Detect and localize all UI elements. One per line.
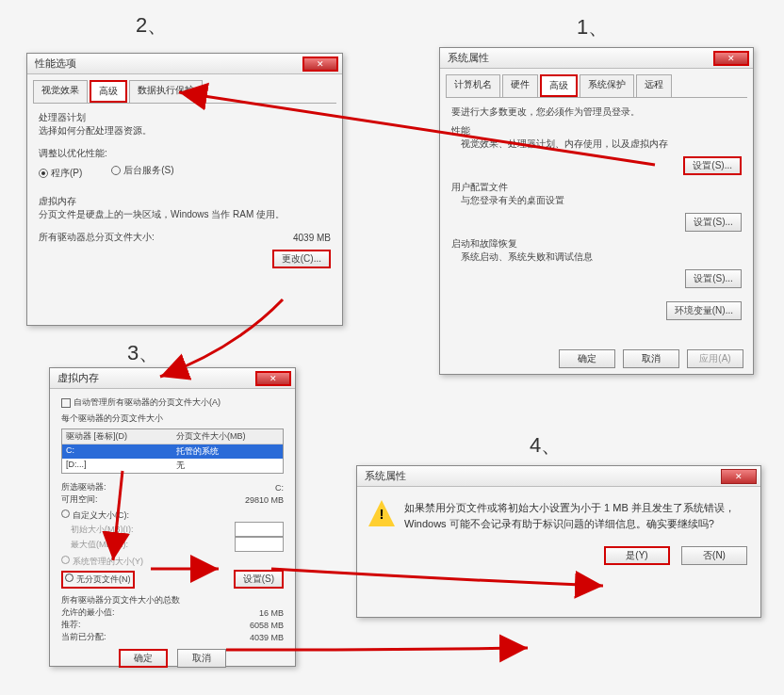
close-icon[interactable]: ✕: [302, 57, 338, 72]
list-item[interactable]: [D:...]无: [62, 459, 283, 473]
cell-drive: [D:...]: [62, 459, 172, 473]
totals-title: 所有驱动器分页文件大小的总数: [61, 594, 284, 606]
max-size-label: 最大值(MB)(X):: [71, 539, 128, 551]
dialog-performance-options: 性能选项 ✕ 视觉效果 高级 数据执行保护 处理器计划 选择如何分配处理器资源。…: [26, 53, 343, 326]
radio-no-paging[interactable]: 无分页文件(N): [61, 571, 135, 589]
vm-title: 虚拟内存: [39, 195, 331, 208]
auto-manage-label: 自动管理所有驱动器的分页文件大小(A): [74, 397, 220, 407]
titlebar: 系统属性 ✕: [440, 48, 753, 69]
tab-strip: 视觉效果 高级 数据执行保护: [33, 80, 336, 104]
vm-desc: 分页文件是硬盘上的一块区域，Windows 当作 RAM 使用。: [39, 208, 331, 221]
perf-settings-button[interactable]: 设置(S)...: [683, 156, 742, 175]
step-2-label: 2、: [136, 11, 168, 40]
radio-custom-size[interactable]: 自定义大小(C):: [61, 509, 284, 522]
min-label: 允许的最小值:: [61, 606, 115, 619]
userprofile-desc: 与您登录有关的桌面设置: [461, 194, 742, 207]
yes-button[interactable]: 是(Y): [604, 546, 670, 565]
no-button[interactable]: 否(N): [681, 546, 747, 565]
ok-button[interactable]: 确定: [119, 649, 168, 668]
ok-button[interactable]: 确定: [559, 349, 615, 368]
perf-desc: 视觉效果、处理器计划、内存使用，以及虚拟内存: [461, 137, 742, 151]
vm-change-button[interactable]: 更改(C)...: [272, 250, 331, 268]
radio-dot-icon: [39, 169, 48, 178]
startup-title: 启动和故障恢复: [451, 237, 742, 251]
rec-value: 6058 MB: [250, 621, 284, 630]
adjust-label: 调整以优化性能:: [39, 147, 331, 160]
startup-desc: 系统启动、系统失败和调试信息: [461, 251, 742, 264]
vm-total-value: 4039 MB: [293, 233, 331, 243]
perf-group-title: 性能: [451, 124, 742, 137]
title-text: 系统属性: [448, 51, 489, 65]
tab-computer-name[interactable]: 计算机名: [446, 74, 500, 97]
userprofile-settings-button[interactable]: 设置(S)...: [685, 213, 742, 232]
close-icon[interactable]: ✕: [713, 51, 749, 66]
auto-manage-row[interactable]: 自动管理所有驱动器的分页文件大小(A): [61, 396, 284, 409]
dialog-body: 要进行大多数更改，您必须作为管理员登录。 性能 视觉效果、处理器计划、内存使用，…: [440, 98, 753, 328]
available-label: 可用空间:: [61, 493, 98, 506]
titlebar: 性能选项 ✕: [27, 54, 342, 74]
radio-programs[interactable]: 程序(P): [39, 167, 82, 180]
radio-label: 系统管理的大小(Y): [73, 557, 143, 566]
titlebar: 虚拟内存 ✕: [50, 368, 295, 389]
warning-icon: [368, 500, 395, 526]
radio-dot-icon: [111, 166, 121, 175]
col-size: 分页文件大小(MB): [172, 429, 283, 444]
close-icon[interactable]: ✕: [721, 469, 757, 484]
dialog-warning-messagebox: 系统属性 ✕ 如果禁用分页文件或将初始大小设置为小于 1 MB 并且发生了系统错…: [356, 465, 761, 618]
step-4-label: 4、: [530, 431, 562, 460]
cell-size: 无: [172, 459, 283, 473]
radio-dot-icon: [61, 556, 70, 564]
titlebar: 系统属性 ✕: [357, 466, 760, 487]
list-item[interactable]: C:托管的系统: [62, 444, 283, 459]
cur-label: 当前已分配:: [61, 631, 106, 643]
message-text: 如果禁用分页文件或将初始大小设置为小于 1 MB 并且发生了系统错误，Windo…: [404, 500, 745, 531]
col-drive: 驱动器 [卷标](D): [62, 429, 172, 444]
cur-value: 4039 MB: [250, 633, 284, 642]
drive-list[interactable]: 驱动器 [卷标](D)分页文件大小(MB) C:托管的系统 [D:...]无: [61, 428, 284, 474]
tab-remote[interactable]: 远程: [636, 74, 672, 97]
tab-advanced[interactable]: 高级: [540, 74, 578, 97]
title-text: 系统属性: [365, 469, 406, 483]
radio-label: 无分页文件(N): [76, 574, 131, 584]
dialog-body: 自动管理所有驱动器的分页文件大小(A) 每个驱动器的分页文件大小 驱动器 [卷标…: [50, 389, 295, 675]
selected-drive-value: C:: [275, 483, 284, 493]
step-3-label: 3、: [127, 339, 159, 367]
radio-label: 程序(P): [51, 167, 82, 180]
cancel-button[interactable]: 取消: [177, 649, 226, 668]
tab-advanced[interactable]: 高级: [90, 80, 127, 103]
title-text: 性能选项: [35, 57, 76, 71]
tab-strip: 计算机名 硬件 高级 系统保护 远程: [446, 74, 747, 98]
dialog-system-properties: 系统属性 ✕ 计算机名 硬件 高级 系统保护 远程 要进行大多数更改，您必须作为…: [439, 47, 754, 375]
step-1-label: 1、: [577, 13, 609, 41]
admin-note: 要进行大多数更改，您必须作为管理员登录。: [451, 105, 742, 119]
each-drive-label: 每个驱动器的分页文件大小: [61, 412, 284, 425]
close-icon[interactable]: ✕: [255, 371, 291, 386]
env-vars-button[interactable]: 环境变量(N)...: [666, 301, 742, 320]
vm-total-label: 所有驱动器总分页文件大小:: [39, 231, 155, 244]
tab-visual-effects[interactable]: 视觉效果: [33, 80, 88, 103]
list-header: 驱动器 [卷标](D)分页文件大小(MB): [62, 429, 283, 444]
min-value: 16 MB: [259, 608, 284, 618]
available-value: 29810 MB: [245, 495, 284, 505]
selected-drive-label: 所选驱动器:: [61, 481, 106, 493]
cell-drive: C:: [62, 444, 172, 459]
startup-settings-button[interactable]: 设置(S)...: [685, 269, 742, 288]
apply-button[interactable]: 应用(A): [687, 349, 743, 368]
radio-label: 自定义大小(C):: [73, 510, 129, 520]
dialog-body: 处理器计划 选择如何分配处理器资源。 调整以优化性能: 程序(P) 后台服务(S…: [27, 104, 342, 276]
set-button[interactable]: 设置(S): [234, 570, 284, 589]
tab-hardware[interactable]: 硬件: [502, 74, 538, 97]
radio-system-managed[interactable]: 系统管理的大小(Y): [61, 556, 284, 568]
userprofile-title: 用户配置文件: [451, 181, 742, 194]
radio-background[interactable]: 后台服务(S): [111, 164, 173, 177]
radio-label: 后台服务(S): [123, 164, 173, 177]
initial-size-input[interactable]: [235, 522, 284, 537]
title-text: 虚拟内存: [57, 371, 99, 385]
tab-system-protection[interactable]: 系统保护: [580, 74, 634, 97]
tab-dep[interactable]: 数据执行保护: [129, 80, 203, 103]
cell-size: 托管的系统: [172, 444, 283, 459]
messagebox-body: 如果禁用分页文件或将初始大小设置为小于 1 MB 并且发生了系统错误，Windo…: [357, 487, 760, 539]
cancel-button[interactable]: 取消: [623, 349, 679, 368]
max-size-input[interactable]: [235, 537, 284, 552]
initial-size-label: 初始大小(MB)(I):: [71, 524, 134, 536]
